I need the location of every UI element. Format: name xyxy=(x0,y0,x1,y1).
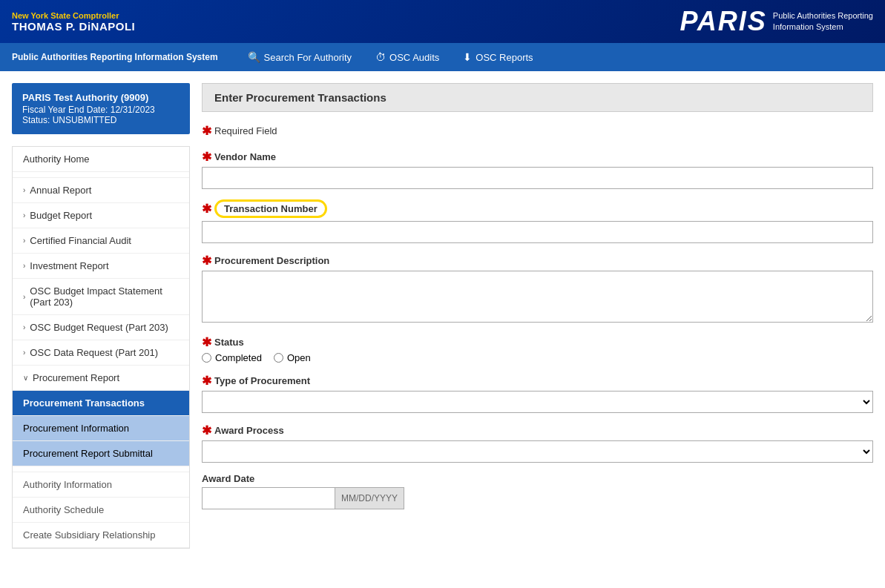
status-completed-radio[interactable] xyxy=(202,353,211,363)
paris-description: Public Authorities Reporting Information… xyxy=(773,10,873,33)
sidebar-item-annual[interactable]: › Annual Report xyxy=(13,178,189,203)
award-process-group: ✱ Award Process xyxy=(202,423,873,463)
award-date-input[interactable] xyxy=(202,487,335,509)
download-icon: ⬇ xyxy=(463,51,472,63)
procurement-desc-group: ✱ Procurement Description xyxy=(202,254,873,325)
sidebar-item-home[interactable]: Authority Home xyxy=(13,147,189,172)
status-group: ✱ Status Completed Open xyxy=(202,335,873,363)
sidebar-item-osc201[interactable]: › OSC Data Request (Part 201) xyxy=(13,340,189,366)
authority-name: PARIS Test Authority (9909) xyxy=(22,92,180,103)
award-process-label: ✱ Award Process xyxy=(202,423,873,437)
award-date-placeholder: MM/DD/YYYY xyxy=(335,487,404,509)
transaction-number-highlight: Transaction Number xyxy=(214,199,327,218)
award-date-group: Award Date MM/DD/YYYY xyxy=(202,473,873,509)
header-top: New York State Comptroller THOMAS P. DiN… xyxy=(0,0,885,43)
award-date-wrapper: MM/DD/YYYY xyxy=(202,487,873,509)
required-star-vendor: ✱ xyxy=(202,150,211,164)
status-completed[interactable]: Completed xyxy=(202,352,262,363)
chevron-right-icon: › xyxy=(23,293,25,301)
chevron-right-icon: › xyxy=(23,323,25,331)
sidebar-spacer xyxy=(13,172,189,178)
sidebar-nav: Authority Home › Annual Report › Budget … xyxy=(12,146,190,549)
type-procurement-group: ✱ Type of Procurement xyxy=(202,374,873,413)
chevron-down-icon: ∨ xyxy=(23,374,28,382)
nav-audits[interactable]: ⏱ OSC Audits xyxy=(363,43,451,71)
procurement-desc-input[interactable] xyxy=(202,271,873,323)
nys-label: New York State Comptroller xyxy=(12,11,135,20)
type-procurement-label: ✱ Type of Procurement xyxy=(202,374,873,388)
required-star-icon: ✱ xyxy=(202,124,211,138)
paris-logo: PARIS xyxy=(680,6,767,37)
sidebar-item-osc203impact[interactable]: › OSC Budget Impact Statement (Part 203) xyxy=(13,279,189,315)
status-label: ✱ Status xyxy=(202,335,873,349)
vendor-name-label: ✱ Vendor Name xyxy=(202,150,873,164)
chevron-right-icon: › xyxy=(23,237,25,245)
home-label: Authority Home xyxy=(23,153,90,165)
required-note: ✱ Required Field xyxy=(202,124,873,138)
chevron-right-icon: › xyxy=(23,211,25,219)
main-container: PARIS Test Authority (9909) Fiscal Year … xyxy=(0,71,885,588)
chevron-right-icon: › xyxy=(23,348,25,357)
nys-branding: New York State Comptroller THOMAS P. DiN… xyxy=(12,11,135,33)
required-star-award-process: ✱ xyxy=(202,423,211,437)
clock-icon: ⏱ xyxy=(375,51,386,63)
sidebar: PARIS Test Authority (9909) Fiscal Year … xyxy=(12,83,190,581)
status-open[interactable]: Open xyxy=(274,352,311,363)
sidebar-item-procurement-submittal[interactable]: Procurement Report Submittal xyxy=(13,441,189,466)
vendor-name-input[interactable] xyxy=(202,167,873,189)
nav-brand: Public Authorities Reporting Information… xyxy=(12,52,218,62)
sidebar-item-budget[interactable]: › Budget Report xyxy=(13,203,189,228)
transaction-number-input[interactable] xyxy=(202,221,873,243)
required-star-transaction: ✱ xyxy=(202,202,211,216)
status-options: Completed Open xyxy=(202,352,873,363)
nav-reports[interactable]: ⬇ OSC Reports xyxy=(451,43,545,71)
search-icon: 🔍 xyxy=(248,51,260,63)
required-star-type: ✱ xyxy=(202,374,211,388)
sidebar-item-subsidiary[interactable]: Create Subsidiary Relationship xyxy=(13,523,189,548)
type-procurement-select[interactable] xyxy=(202,391,873,413)
sidebar-spacer-2 xyxy=(13,466,189,472)
required-star-status: ✱ xyxy=(202,335,211,349)
nys-name: THOMAS P. DiNAPOLI xyxy=(12,20,135,33)
award-process-select[interactable] xyxy=(202,440,873,463)
transaction-number-label: ✱ Transaction Number xyxy=(202,199,873,218)
sidebar-item-procurement[interactable]: ∨ Procurement Report xyxy=(13,366,189,391)
procurement-desc-label: ✱ Procurement Description xyxy=(202,254,873,268)
authority-info-box: PARIS Test Authority (9909) Fiscal Year … xyxy=(12,83,190,134)
vendor-name-group: ✱ Vendor Name xyxy=(202,150,873,189)
status-open-radio[interactable] xyxy=(274,353,283,363)
sidebar-item-authority-info[interactable]: Authority Information xyxy=(13,472,189,498)
nav-search[interactable]: 🔍 Search For Authority xyxy=(236,43,364,71)
nav-bar: Public Authorities Reporting Information… xyxy=(0,43,885,71)
sidebar-item-audit[interactable]: › Certified Financial Audit xyxy=(13,228,189,254)
authority-status: Status: UNSUBMITTED xyxy=(22,115,180,125)
award-date-label: Award Date xyxy=(202,473,873,484)
chevron-right-icon: › xyxy=(23,186,25,194)
sidebar-item-osc203request[interactable]: › OSC Budget Request (Part 203) xyxy=(13,315,189,340)
paris-branding: PARIS Public Authorities Reporting Infor… xyxy=(680,6,874,37)
chevron-right-icon: › xyxy=(23,262,25,270)
sidebar-item-procurement-info[interactable]: Procurement Information xyxy=(13,416,189,441)
sidebar-item-investment[interactable]: › Investment Report xyxy=(13,254,189,279)
required-star-desc: ✱ xyxy=(202,254,211,268)
sidebar-item-authority-schedule[interactable]: Authority Schedule xyxy=(13,498,189,523)
content-area: Enter Procurement Transactions ✱ Require… xyxy=(202,83,873,581)
content-header: Enter Procurement Transactions xyxy=(202,83,873,112)
transaction-number-group: ✱ Transaction Number xyxy=(202,199,873,243)
fiscal-year: Fiscal Year End Date: 12/31/2023 xyxy=(22,105,180,115)
sidebar-item-transactions[interactable]: Procurement Transactions xyxy=(13,391,189,416)
